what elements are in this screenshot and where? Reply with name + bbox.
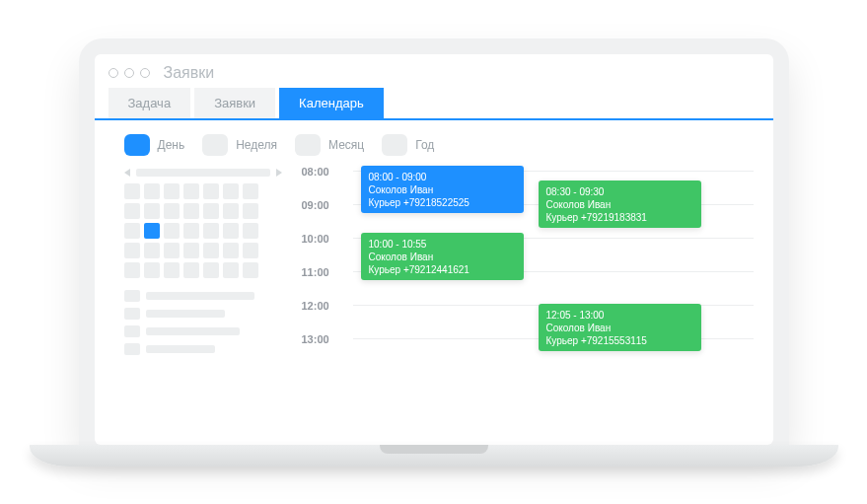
laptop-notch — [380, 445, 488, 454]
mini-cal-day[interactable] — [243, 262, 258, 278]
hour-label: 10:00 — [302, 233, 341, 245]
calendar-event[interactable]: 08:00 - 09:00Соколов ИванКурьер +7921852… — [361, 166, 524, 213]
tab-task[interactable]: Задача — [108, 88, 191, 118]
view-day-icon — [124, 134, 150, 156]
mini-cal-day[interactable] — [223, 203, 239, 219]
mini-cal-day[interactable] — [223, 223, 239, 239]
calendar-event[interactable]: 12:05 - 13:00Соколов ИванКурьер +7921555… — [539, 304, 701, 351]
mini-cal-day[interactable] — [124, 203, 140, 219]
view-day-label: День — [158, 138, 185, 152]
timeline[interactable]: 08:0009:0010:0011:0012:0013:0008:00 - 09… — [302, 166, 754, 355]
mini-cal-day[interactable] — [164, 262, 180, 278]
mini-cal-day[interactable] — [203, 203, 219, 219]
view-week[interactable]: Неделя — [202, 134, 277, 156]
tab-bar: Задача Заявки Календарь — [95, 88, 773, 120]
mini-cal-day[interactable] — [243, 183, 258, 199]
list-item — [124, 343, 282, 355]
mini-cal-day[interactable] — [124, 223, 140, 239]
list-item — [124, 308, 282, 320]
list-item — [124, 325, 282, 337]
mini-cal-day[interactable] — [203, 223, 219, 239]
mini-cal-day[interactable] — [164, 243, 180, 258]
window-title: Заявки — [164, 64, 215, 82]
app-screen: Заявки Задача Заявки Календарь День Неде… — [95, 54, 773, 445]
main-body: 08:0009:0010:0011:0012:0013:0008:00 - 09… — [95, 166, 773, 365]
view-month-icon — [295, 134, 321, 156]
window-titlebar: Заявки — [95, 54, 773, 88]
mini-cal-day[interactable] — [124, 243, 140, 258]
chevron-left-icon[interactable] — [124, 169, 130, 177]
mini-cal-day[interactable] — [144, 243, 160, 258]
event-contact: Курьер +79218522525 — [369, 196, 516, 209]
laptop-base — [30, 445, 838, 467]
window-max-icon[interactable] — [140, 68, 150, 78]
laptop-frame: Заявки Задача Заявки Календарь День Неде… — [79, 38, 789, 445]
mini-cal-day[interactable] — [183, 183, 199, 199]
window-close-icon[interactable] — [108, 68, 118, 78]
mini-cal-day[interactable] — [183, 262, 199, 278]
view-year-icon — [382, 134, 407, 156]
view-week-label: Неделя — [236, 138, 277, 152]
event-contact: Курьер +79212441621 — [369, 263, 516, 276]
tab-calendar[interactable]: Календарь — [279, 88, 384, 118]
mini-cal-day[interactable] — [124, 183, 140, 199]
event-time: 08:00 - 09:00 — [369, 171, 516, 183]
view-switcher: День Неделя Месяц Год — [95, 120, 773, 166]
window-min-icon[interactable] — [124, 68, 134, 78]
mini-cal-day[interactable] — [203, 183, 219, 199]
hour-label: 12:00 — [302, 300, 341, 312]
event-name: Соколов Иван — [369, 183, 516, 196]
hour-label: 08:00 — [302, 166, 341, 178]
event-contact: Курьер +79219183831 — [546, 211, 693, 224]
calendar-event[interactable]: 10:00 - 10:55Соколов ИванКурьер +7921244… — [361, 233, 524, 280]
mini-cal-day[interactable] — [183, 243, 199, 258]
view-year-label: Год — [415, 138, 434, 152]
mini-cal-day[interactable] — [164, 223, 180, 239]
list-item — [124, 290, 282, 302]
mini-cal-day[interactable] — [144, 203, 160, 219]
view-week-icon — [202, 134, 228, 156]
mini-cal-day[interactable] — [243, 203, 258, 219]
view-year[interactable]: Год — [382, 134, 434, 156]
sidebar-list — [124, 290, 282, 355]
hour-label: 13:00 — [302, 333, 341, 345]
calendar-event[interactable]: 08:30 - 09:30Соколов ИванКурьер +7921918… — [539, 180, 701, 228]
mini-cal-day[interactable] — [144, 223, 160, 239]
hour-label: 11:00 — [302, 266, 341, 278]
mini-cal-day[interactable] — [223, 183, 239, 199]
mini-cal-day[interactable] — [164, 203, 180, 219]
view-month[interactable]: Месяц — [295, 134, 364, 156]
mini-calendar[interactable] — [124, 183, 282, 278]
mini-cal-day[interactable] — [124, 262, 140, 278]
mini-cal-day[interactable] — [144, 183, 160, 199]
mini-cal-day[interactable] — [183, 223, 199, 239]
event-name: Соколов Иван — [546, 322, 693, 334]
event-name: Соколов Иван — [546, 198, 693, 211]
mini-cal-day[interactable] — [144, 262, 160, 278]
mini-cal-day[interactable] — [223, 262, 239, 278]
event-time: 12:05 - 13:00 — [546, 309, 693, 322]
view-day[interactable]: День — [124, 134, 185, 156]
mini-cal-day[interactable] — [243, 223, 258, 239]
tab-requests[interactable]: Заявки — [194, 88, 275, 118]
mini-cal-day[interactable] — [223, 243, 239, 258]
mini-cal-nav — [124, 166, 282, 180]
event-contact: Курьер +79215553115 — [546, 334, 693, 347]
mini-cal-day[interactable] — [243, 243, 258, 258]
mini-cal-title-placeholder — [136, 169, 270, 177]
event-name: Соколов Иван — [369, 251, 516, 263]
hour-label: 09:00 — [302, 199, 341, 211]
chevron-right-icon[interactable] — [276, 169, 282, 177]
mini-cal-day[interactable] — [164, 183, 180, 199]
mini-cal-day[interactable] — [183, 203, 199, 219]
mini-cal-day[interactable] — [203, 262, 219, 278]
sidebar — [124, 166, 282, 355]
event-time: 10:00 - 10:55 — [369, 238, 516, 251]
mini-cal-day[interactable] — [203, 243, 219, 258]
window-controls[interactable] — [108, 68, 150, 78]
view-month-label: Месяц — [328, 138, 364, 152]
event-time: 08:30 - 09:30 — [546, 185, 693, 198]
